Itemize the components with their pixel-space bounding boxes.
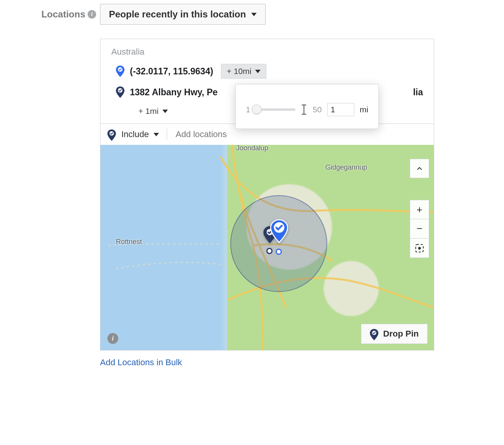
location-row[interactable]: (-32.0117, 115.9634) + 10mi	[100, 60, 434, 82]
map[interactable]: Joondalup Gidgegannup Rottnest	[100, 145, 434, 350]
slider-min: 1	[246, 105, 250, 114]
radius-dropdown[interactable]: + 1mi	[133, 104, 173, 118]
map-radius-circle	[230, 195, 327, 292]
map-pin-icon	[370, 329, 378, 339]
chevron-down-icon	[154, 133, 159, 136]
radius-input[interactable]	[327, 103, 354, 116]
map-city-label: Gidgegannup	[325, 163, 367, 172]
text-cursor-icon	[301, 104, 307, 115]
radius-dropdown[interactable]: + 10mi	[221, 64, 267, 79]
divider	[167, 129, 167, 140]
map-pin-anchor-dot	[276, 249, 282, 255]
location-name: (-32.0117, 115.9634)	[130, 66, 213, 77]
radius-label: + 10mi	[227, 67, 252, 76]
map-controls	[410, 159, 429, 178]
section-label-group: Locations i	[0, 4, 100, 25]
drop-pin-button[interactable]: Drop Pin	[361, 324, 428, 344]
drop-pin-label: Drop Pin	[383, 329, 419, 339]
location-name-truncated-tail: lia	[413, 87, 423, 98]
map-pin-icon	[116, 65, 124, 77]
add-locations-bulk-link[interactable]: Add Locations in Bulk	[100, 357, 504, 368]
include-mode-label: Include	[121, 129, 149, 139]
audience-location-dropdown[interactable]: People recently in this location	[100, 4, 266, 25]
map-pin-anchor-dot	[266, 248, 273, 254]
include-mode-dropdown[interactable]: Include	[121, 129, 159, 139]
locate-button[interactable]	[410, 239, 429, 258]
radius-label: + 1mi	[138, 107, 159, 116]
location-name: 1382 Albany Hwy, Pe	[130, 87, 217, 98]
map-city-label: Rottnest	[116, 238, 142, 246]
radius-slider[interactable]	[256, 108, 296, 111]
svg-point-6	[418, 247, 421, 249]
map-location-pin-selected[interactable]	[269, 219, 289, 243]
map-city-label: Joondalup	[236, 145, 268, 152]
audience-location-selected: People recently in this location	[109, 9, 246, 20]
slider-thumb[interactable]	[252, 105, 262, 115]
locations-panel: Australia (-32.0117, 115.9634) + 10mi	[100, 39, 434, 351]
map-pin-icon	[116, 86, 124, 98]
chevron-down-icon	[255, 70, 261, 73]
section-label: Locations	[41, 9, 85, 20]
add-locations-input[interactable]	[175, 129, 427, 140]
zoom-out-button[interactable]: −	[410, 219, 429, 239]
radius-unit: mi	[360, 105, 368, 114]
map-zoom-controls: + −	[410, 200, 429, 258]
map-collapse-button[interactable]	[410, 159, 429, 178]
chevron-down-icon	[162, 110, 168, 113]
slider-max: 50	[312, 105, 321, 114]
map-pin-icon	[107, 129, 116, 139]
zoom-in-button[interactable]: +	[410, 200, 429, 219]
chevron-down-icon	[251, 13, 257, 16]
map-info-icon[interactable]: i	[107, 333, 118, 344]
country-group-label: Australia	[100, 39, 434, 60]
info-icon[interactable]: i	[88, 10, 96, 19]
radius-popover: 1 50 mi	[235, 84, 379, 129]
